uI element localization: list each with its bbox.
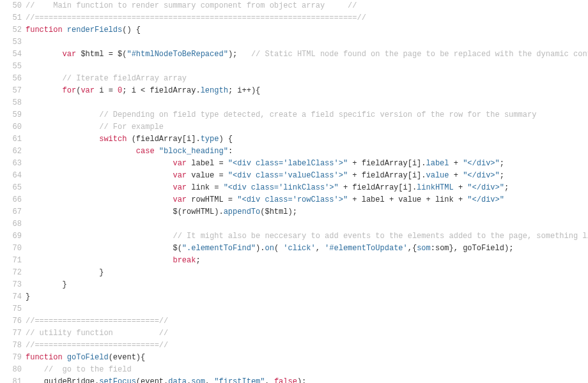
code-line: var rowHTML = "<div class='rowClass'>" +…: [26, 194, 588, 206]
line-number: 53: [0, 36, 22, 49]
code-line: switch (fieldArray[i].type) {: [26, 133, 588, 146]
code-line: //===========================//: [26, 340, 588, 352]
code-line: var label = "<div class='labelClass'>" +…: [26, 158, 588, 170]
code-line: [26, 97, 588, 109]
line-number: 50: [0, 0, 22, 12]
code-line: // For example: [26, 121, 588, 133]
line-number: 73: [0, 279, 22, 291]
code-content[interactable]: // Main function to render summary compo…: [26, 0, 588, 383]
line-number: 59: [0, 109, 22, 121]
line-number: 81: [0, 376, 22, 383]
line-number: 72: [0, 267, 22, 279]
line-number: 56: [0, 73, 22, 85]
line-number: 62: [0, 146, 22, 158]
line-number: 64: [0, 170, 22, 182]
code-line: var link = "<div class='linkClass'>" + f…: [26, 182, 588, 194]
line-number: 77: [0, 327, 22, 340]
line-number: 69: [0, 230, 22, 243]
code-line: guideBridge.setFocus(event.data.som, "fi…: [26, 376, 588, 383]
code-line: for(var i = 0; i < fieldArray.length; i+…: [26, 85, 588, 97]
line-number: 61: [0, 133, 22, 146]
line-number: 58: [0, 97, 22, 109]
line-number: 66: [0, 194, 22, 206]
line-number: 71: [0, 255, 22, 267]
code-line: // Main function to render summary compo…: [26, 0, 588, 12]
line-number: 70: [0, 243, 22, 255]
code-line: var value = "<div class='valueClass'>" +…: [26, 170, 588, 182]
code-line: //===========================//: [26, 315, 588, 327]
code-line: // Depending on field type detected, cre…: [26, 109, 588, 121]
code-editor: 5051525354555657585960616263646566676869…: [0, 0, 588, 383]
line-number: 65: [0, 182, 22, 194]
code-line: [26, 303, 588, 315]
code-line: var $html = $("#htmlNodeToBeRepaced"); /…: [26, 49, 588, 61]
code-line: // utility function //: [26, 327, 588, 340]
line-number: 63: [0, 158, 22, 170]
code-line: // Iterate fieldArray array: [26, 73, 588, 85]
code-line: function goToField(event){: [26, 352, 588, 364]
line-number: 80: [0, 364, 22, 376]
code-line: [26, 61, 588, 73]
code-line: break;: [26, 255, 588, 267]
line-number: 52: [0, 24, 22, 36]
line-number: 67: [0, 206, 22, 218]
code-line: $(".elementToFind").on( 'click', '#eleme…: [26, 243, 588, 255]
line-number: 75: [0, 303, 22, 315]
line-number: 60: [0, 121, 22, 133]
code-line: }: [26, 279, 588, 291]
code-line: $(rowHTML).appendTo($html);: [26, 206, 588, 218]
code-line: [26, 36, 588, 49]
code-line: [26, 218, 588, 230]
line-number: 51: [0, 12, 22, 24]
line-number: 54: [0, 49, 22, 61]
line-number: 68: [0, 218, 22, 230]
line-number: 57: [0, 85, 22, 97]
code-line: // go to the field: [26, 364, 588, 376]
line-number: 78: [0, 340, 22, 352]
code-line: case "block_heading":: [26, 146, 588, 158]
line-number: 74: [0, 291, 22, 303]
line-number-gutter: 5051525354555657585960616263646566676869…: [0, 0, 26, 383]
code-line: }: [26, 267, 588, 279]
line-number: 76: [0, 315, 22, 327]
code-line: function renderFields() {: [26, 24, 588, 36]
line-number: 55: [0, 61, 22, 73]
code-line: // It might also be neccesary to add eve…: [26, 230, 588, 243]
line-number: 79: [0, 352, 22, 364]
code-line: }: [26, 291, 588, 303]
code-line: //======================================…: [26, 12, 588, 24]
